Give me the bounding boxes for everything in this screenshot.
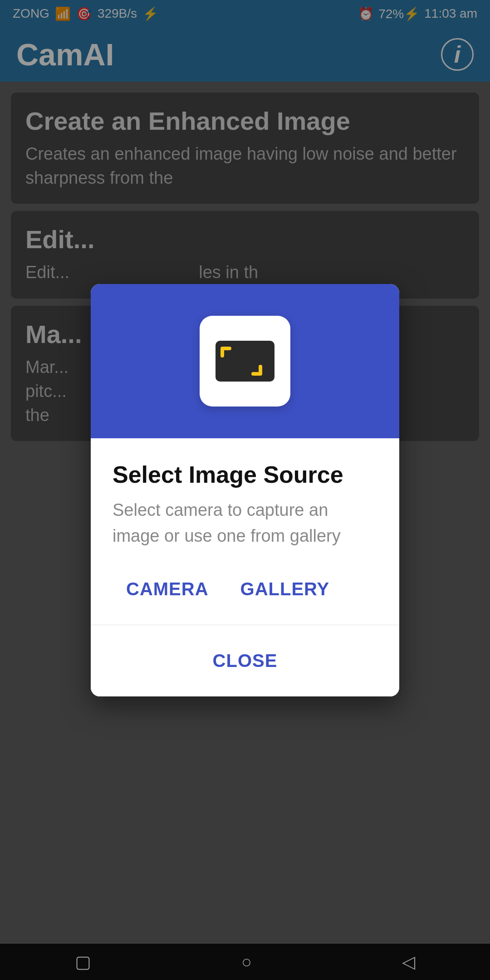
dialog-close-row: CLOSE [113,625,377,678]
camera-button[interactable]: CAMERA [117,572,218,607]
modal-overlay: Select Image Source Select camera to cap… [0,0,490,980]
select-image-dialog: Select Image Source Select camera to cap… [91,284,399,696]
dialog-header [91,284,399,438]
dialog-action-buttons: CAMERA GALLERY [113,572,377,607]
dialog-title: Select Image Source [113,461,377,488]
dialog-app-icon [200,316,290,407]
dialog-subtitle: Select camera to capture an image or use… [113,497,377,549]
camai-icon-svg [213,338,277,384]
close-button[interactable]: CLOSE [199,643,291,678]
gallery-button[interactable]: GALLERY [231,572,339,607]
dialog-body: Select Image Source Select camera to cap… [91,438,399,696]
